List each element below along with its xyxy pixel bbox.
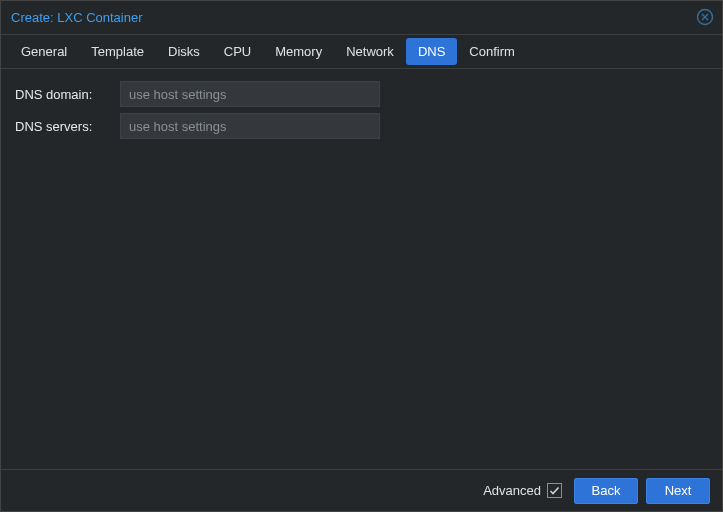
close-icon[interactable]: [696, 8, 714, 26]
tab-confirm[interactable]: Confirm: [457, 38, 527, 65]
tab-cpu[interactable]: CPU: [212, 38, 263, 65]
row-dns-servers: DNS servers:: [15, 113, 708, 139]
wizard-footer: Advanced Back Next: [1, 469, 722, 511]
dns-servers-input[interactable]: [120, 113, 380, 139]
label-dns-domain: DNS domain:: [15, 87, 120, 102]
advanced-toggle[interactable]: Advanced: [483, 483, 562, 498]
back-button[interactable]: Back: [574, 478, 638, 504]
tab-disks[interactable]: Disks: [156, 38, 212, 65]
tab-network[interactable]: Network: [334, 38, 406, 65]
tab-template[interactable]: Template: [79, 38, 156, 65]
next-button[interactable]: Next: [646, 478, 710, 504]
dns-domain-input[interactable]: [120, 81, 380, 107]
window-title: Create: LXC Container: [11, 10, 143, 25]
wizard-content: DNS domain: DNS servers:: [1, 69, 722, 469]
label-dns-servers: DNS servers:: [15, 119, 120, 134]
wizard-window: Create: LXC Container General Template D…: [0, 0, 723, 512]
tab-general[interactable]: General: [9, 38, 79, 65]
row-dns-domain: DNS domain:: [15, 81, 708, 107]
titlebar: Create: LXC Container: [1, 1, 722, 35]
wizard-tabs: General Template Disks CPU Memory Networ…: [1, 35, 722, 69]
tab-memory[interactable]: Memory: [263, 38, 334, 65]
advanced-label: Advanced: [483, 483, 541, 498]
tab-dns[interactable]: DNS: [406, 38, 457, 65]
advanced-checkbox[interactable]: [547, 483, 562, 498]
